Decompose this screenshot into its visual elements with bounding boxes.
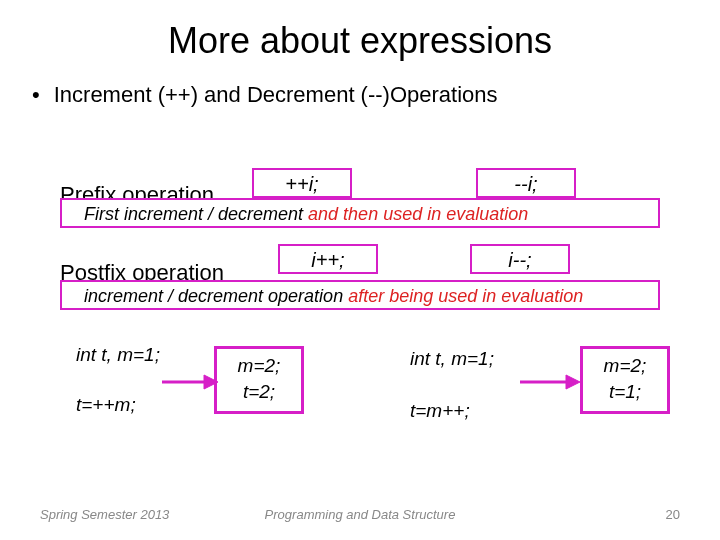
postfix-example-2: i--;	[470, 244, 570, 274]
example-right-result-m: m=2;	[583, 353, 667, 379]
postfix-example-1: i++;	[278, 244, 378, 274]
svg-marker-3	[566, 375, 580, 389]
example-right-result-t: t=1;	[583, 379, 667, 405]
bullet-text: Increment (++) and Decrement (--)Operati…	[54, 82, 498, 108]
prefix-example-2: --i;	[476, 168, 576, 198]
slide-title: More about expressions	[0, 0, 720, 82]
example-left-stmt: t=++m;	[76, 394, 136, 416]
example-right-result-box: m=2; t=1;	[580, 346, 670, 414]
example-right-stmt: t=m++;	[410, 400, 470, 422]
bullet-main: • Increment (++) and Decrement (--)Opera…	[0, 82, 720, 108]
example-left-decl: int t, m=1;	[76, 344, 160, 366]
postfix-explain-highlight: after being used in evaluation	[348, 286, 583, 306]
arrow-right-icon	[520, 370, 580, 394]
footer-center: Programming and Data Structure	[0, 507, 720, 522]
postfix-explain-bar: increment / decrement operation after be…	[60, 280, 660, 310]
example-left-result-m: m=2;	[217, 353, 301, 379]
prefix-example-1: ++i;	[252, 168, 352, 198]
bullet-dot-icon: •	[32, 82, 40, 108]
arrow-left-icon	[162, 370, 218, 394]
postfix-explain-plain: increment / decrement operation	[84, 286, 348, 306]
example-left-result-t: t=2;	[217, 379, 301, 405]
prefix-explain-highlight: and then used in evaluation	[308, 204, 528, 224]
prefix-explain-bar: First increment / decrement and then use…	[60, 198, 660, 228]
example-right-decl: int t, m=1;	[410, 348, 494, 370]
example-left-result-box: m=2; t=2;	[214, 346, 304, 414]
prefix-explain-plain: First increment / decrement	[84, 204, 308, 224]
footer: Spring Semester 2013 Programming and Dat…	[0, 507, 720, 522]
